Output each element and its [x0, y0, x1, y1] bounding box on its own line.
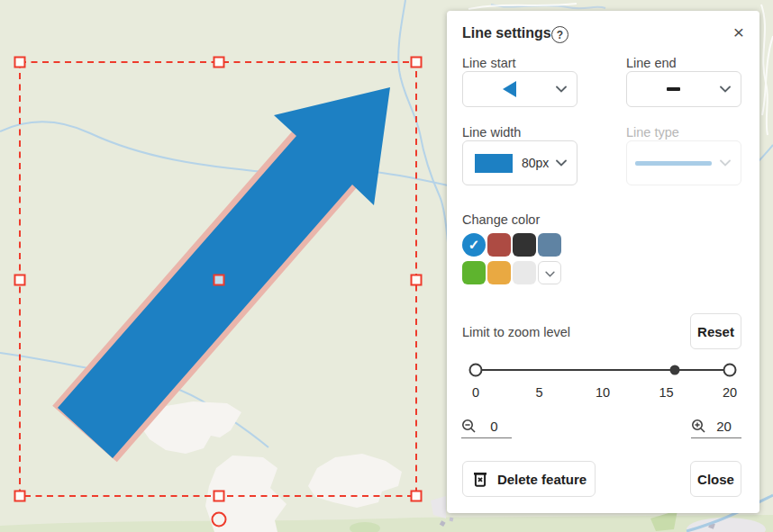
- slider-handle-min[interactable]: [469, 364, 483, 377]
- line-end-label: Line end: [626, 56, 677, 70]
- chevron-down-icon: [720, 86, 731, 93]
- slider-tick-labels: 0 5 10 15 20: [476, 385, 730, 401]
- line-end-select[interactable]: [626, 71, 741, 107]
- chevron-down-icon: [545, 265, 555, 281]
- line-end-dash-icon: [667, 87, 680, 91]
- chevron-down-icon: [720, 159, 731, 167]
- close-icon[interactable]: ×: [733, 23, 744, 41]
- color-swatch-red[interactable]: [487, 233, 511, 257]
- change-color-label: Change color: [462, 212, 540, 227]
- tick-label: 5: [535, 385, 542, 400]
- line-settings-panel: Line settings ? × Line start Line end Li…: [447, 11, 759, 513]
- handle-mid-left[interactable]: [15, 275, 25, 285]
- line-start-label: Line start: [462, 56, 516, 70]
- handle-bottom-right[interactable]: [412, 491, 422, 501]
- line-start-select[interactable]: [462, 71, 577, 107]
- slider-handle-max[interactable]: [723, 364, 737, 377]
- panel-title: Line settings: [462, 25, 551, 41]
- zoom-limit-label: Limit to zoom level: [462, 325, 570, 339]
- tick-label: 20: [723, 385, 737, 400]
- handle-center[interactable]: [214, 275, 224, 285]
- close-button[interactable]: Close: [690, 461, 741, 497]
- help-icon[interactable]: ?: [551, 26, 568, 43]
- handle-bottom-left[interactable]: [15, 491, 25, 501]
- max-zoom-input[interactable]: 20: [691, 414, 741, 438]
- line-width-label: Line width: [462, 125, 521, 140]
- delete-feature-label: Delete feature: [497, 472, 587, 487]
- min-zoom-input[interactable]: 0: [461, 414, 512, 438]
- color-swatch-row-2: [462, 261, 561, 284]
- reset-button[interactable]: Reset: [690, 313, 741, 349]
- color-swatch-orange[interactable]: [487, 261, 511, 284]
- zoom-range-slider: [476, 360, 730, 380]
- line-type-preview-icon: [635, 161, 712, 166]
- current-zoom-marker: [670, 365, 680, 375]
- line-width-select[interactable]: 80px: [462, 140, 577, 185]
- tick-label: 15: [659, 385, 673, 400]
- color-swatch-light-gray[interactable]: [513, 261, 536, 284]
- color-swatch-black[interactable]: [513, 233, 536, 257]
- tick-label: 0: [472, 385, 479, 400]
- handle-top-left[interactable]: [15, 58, 25, 68]
- handle-mid-right[interactable]: [412, 275, 422, 285]
- line-type-label: Line type: [626, 125, 679, 140]
- chevron-down-icon: [556, 86, 567, 93]
- more-colors-button[interactable]: [538, 261, 561, 284]
- color-swatch-row-1: ✓: [462, 233, 561, 257]
- color-swatch-green[interactable]: [462, 261, 486, 284]
- tick-label: 10: [596, 385, 610, 400]
- line-start-arrow-icon: [503, 81, 516, 97]
- zoom-out-icon: [461, 419, 477, 434]
- handle-bottom-mid[interactable]: [214, 491, 224, 501]
- handle-top-mid[interactable]: [214, 58, 224, 68]
- handle-top-right[interactable]: [412, 58, 422, 68]
- app-window: Line settings ? × Line start Line end Li…: [0, 0, 773, 532]
- chevron-down-icon: [556, 159, 567, 167]
- check-icon: ✓: [468, 237, 480, 253]
- line-width-value: 80px: [522, 156, 556, 170]
- color-swatch-blue-selected[interactable]: ✓: [462, 233, 486, 257]
- max-zoom-value: 20: [716, 419, 732, 434]
- line-width-color-swatch: [475, 154, 513, 173]
- line-type-select: [626, 140, 741, 185]
- trash-delete-icon: [471, 470, 489, 488]
- zoom-in-icon: [691, 419, 706, 434]
- delete-feature-button[interactable]: Delete feature: [462, 461, 596, 497]
- min-zoom-value: 0: [490, 419, 497, 434]
- color-swatch-steel-blue[interactable]: [538, 233, 561, 257]
- slider-track[interactable]: [476, 369, 730, 372]
